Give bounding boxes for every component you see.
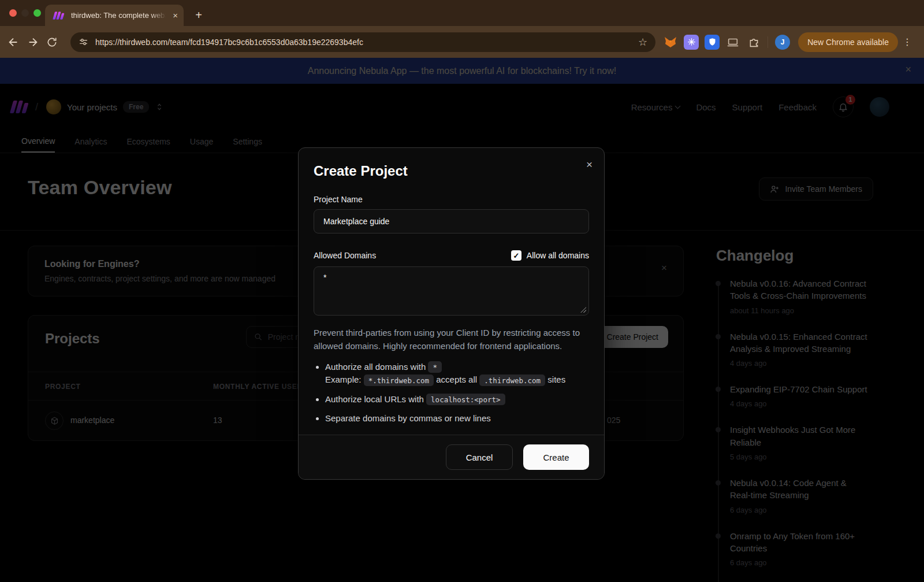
browser-toolbar: https://thirdweb.com/team/fcd194917bc9c6… — [0, 26, 924, 58]
modal-close-icon[interactable]: × — [586, 158, 593, 171]
bookmark-star-icon[interactable]: ☆ — [638, 36, 647, 49]
laptop-extension-icon[interactable] — [725, 35, 740, 50]
extensions-puzzle-icon[interactable] — [746, 35, 761, 50]
webpage: Announcing Nebula App — the most powerfu… — [0, 58, 924, 582]
window-minimize-button[interactable] — [21, 9, 29, 17]
url-text: https://thirdweb.com/team/fcd194917bc9c6… — [95, 38, 631, 47]
allow-all-domains-label: Allow all domains — [527, 251, 589, 260]
resize-handle[interactable] — [580, 307, 586, 313]
example-code-1: *.thirdweb.com — [364, 375, 434, 386]
browser-chrome: thirdweb: The complete web3 × + https://… — [0, 0, 924, 58]
window-controls — [9, 9, 41, 17]
project-name-input[interactable] — [314, 209, 589, 233]
bullet-localhost: Authorize local URLs with localhost:<por… — [325, 393, 589, 406]
forward-icon[interactable] — [27, 36, 46, 49]
metamask-extension-icon[interactable] — [663, 35, 678, 50]
project-name-label: Project Name — [314, 195, 589, 204]
create-button[interactable]: Create — [523, 444, 589, 470]
browser-tab[interactable]: thirdweb: The complete web3 × — [45, 5, 184, 26]
localhost-code: localhost:<port> — [426, 394, 505, 405]
tab-strip: thirdweb: The complete web3 × + — [0, 0, 924, 26]
allow-all-domains-toggle[interactable]: ✓ Allow all domains — [511, 250, 589, 261]
allowed-domains-label: Allowed Domains — [314, 251, 376, 260]
new-chrome-available-button[interactable]: New Chrome available — [798, 32, 898, 52]
modal-title: Create Project — [314, 163, 589, 179]
create-project-modal: × Create Project Project Name Allowed Do… — [298, 147, 605, 480]
wildcard-code: * — [428, 361, 442, 373]
reload-icon[interactable] — [46, 36, 66, 48]
screen: thirdweb: The complete web3 × + https://… — [0, 0, 924, 582]
example-code-2: .thirdweb.com — [479, 375, 545, 386]
allowed-domains-textarea[interactable]: * — [314, 266, 589, 316]
checkbox-checked-icon[interactable]: ✓ — [511, 250, 521, 261]
bullet-authorize-all: Authorize all domains with * Example: *.… — [325, 361, 589, 387]
browser-menu-icon[interactable]: ⋮ — [903, 36, 912, 47]
cancel-button[interactable]: Cancel — [446, 444, 513, 470]
tab-close-icon[interactable]: × — [173, 10, 178, 20]
window-zoom-button[interactable] — [33, 9, 41, 17]
domains-bullet-list: Authorize all domains with * Example: *.… — [325, 361, 589, 432]
window-close-button[interactable] — [9, 9, 17, 17]
bullet-separate: Separate domains by commas or new lines — [325, 412, 589, 425]
allowed-domains-value: * — [323, 273, 326, 282]
site-settings-icon[interactable] — [79, 37, 88, 47]
thirdweb-favicon — [54, 12, 64, 20]
browser-profile-avatar[interactable]: J — [775, 35, 790, 50]
modal-footer: Cancel Create — [299, 435, 604, 479]
tab-title: thirdweb: The complete web3 — [71, 11, 168, 20]
toolbar-divider — [767, 36, 768, 48]
shield-extension-icon[interactable] — [705, 35, 720, 50]
domains-help-text: Prevent third-parties from using your Cl… — [314, 326, 589, 353]
new-tab-button[interactable]: + — [192, 9, 206, 22]
snowflake-extension-icon[interactable] — [684, 35, 699, 50]
back-icon[interactable] — [7, 36, 27, 49]
url-bar[interactable]: https://thirdweb.com/team/fcd194917bc9c6… — [70, 32, 655, 52]
